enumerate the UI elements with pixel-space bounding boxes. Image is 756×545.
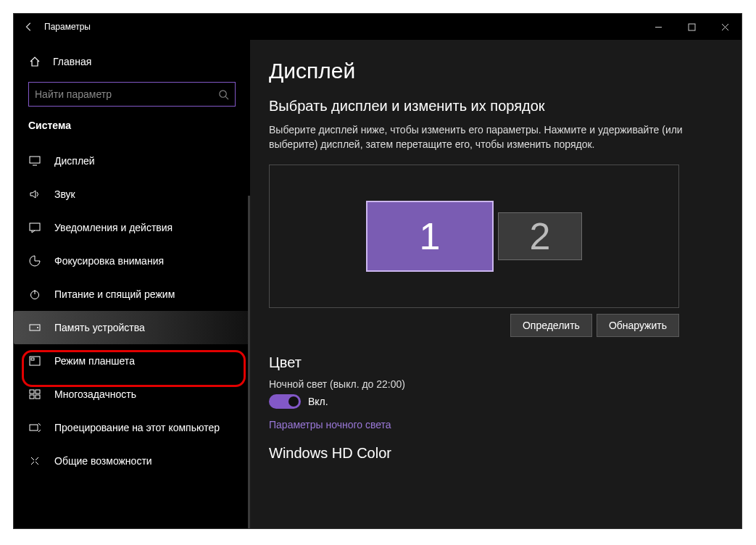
multitasking-icon: [28, 388, 41, 401]
sidebar: Главная Найти параметр Система Дисплей: [14, 40, 250, 528]
tablet-icon: [28, 354, 41, 367]
nav-power[interactable]: Питание и спящий режим: [14, 278, 250, 311]
nav-label: Уведомления и действия: [54, 222, 173, 233]
search-input[interactable]: Найти параметр: [28, 82, 236, 107]
svg-rect-15: [30, 395, 34, 399]
svg-rect-1: [689, 24, 695, 30]
detect-button[interactable]: Обнаружить: [597, 314, 679, 337]
nav-tablet[interactable]: Режим планшета: [14, 344, 250, 378]
svg-line-3: [225, 96, 228, 99]
display-arrangement[interactable]: 1 2: [269, 165, 679, 308]
page-heading: Дисплей: [269, 59, 727, 83]
svg-rect-12: [31, 358, 34, 360]
nav-label: Звук: [54, 188, 75, 200]
minimize-button[interactable]: [641, 14, 675, 40]
nav-label: Режим планшета: [54, 355, 135, 367]
svg-rect-13: [30, 390, 34, 394]
nav-label: Проецирование на этот компьютер: [54, 422, 220, 433]
search-icon: [218, 89, 229, 100]
nav-multitasking[interactable]: Многозадачность: [14, 378, 250, 411]
sound-icon: [28, 188, 41, 201]
focus-icon: [28, 254, 41, 267]
display-icon: [28, 154, 41, 167]
settings-window: Параметры Главная Найти парамет: [13, 13, 742, 529]
nav-list: Дисплей Звук Уведомления и действия Фоку…: [14, 144, 250, 478]
night-light-toggle[interactable]: [269, 394, 301, 409]
power-icon: [28, 288, 41, 301]
svg-rect-16: [36, 395, 40, 399]
sidebar-scrollbar[interactable]: [248, 196, 250, 528]
window-controls: [641, 14, 742, 40]
nav-label: Память устройства: [54, 322, 145, 333]
content-area: Дисплей Выбрать дисплеи и изменить их по…: [250, 40, 742, 528]
back-button[interactable]: [14, 14, 44, 40]
nav-notifications[interactable]: Уведомления и действия: [14, 211, 250, 244]
svg-rect-6: [30, 223, 40, 230]
nav-label: Многозадачность: [54, 388, 136, 400]
nav-label: Общие возможности: [54, 455, 152, 467]
nav-label: Фокусировка внимания: [54, 255, 164, 267]
section-label: Система: [14, 120, 250, 131]
notifications-icon: [28, 221, 41, 234]
monitor-2[interactable]: 2: [498, 212, 582, 260]
projecting-icon: [28, 421, 41, 434]
hd-color-heading: Windows HD Color: [269, 445, 727, 462]
nav-label: Дисплей: [54, 155, 95, 167]
nav-sound[interactable]: Звук: [14, 178, 250, 211]
nav-display[interactable]: Дисплей: [14, 144, 250, 178]
svg-rect-4: [30, 157, 40, 163]
night-light-label: Ночной свет (выкл. до 22:00): [269, 378, 727, 390]
maximize-button[interactable]: [675, 14, 708, 40]
arrange-description: Выберите дисплей ниже, чтобы изменить ег…: [269, 123, 697, 151]
close-button[interactable]: [708, 14, 742, 40]
toggle-state: Вкл.: [308, 396, 328, 407]
svg-rect-17: [30, 425, 38, 430]
monitor-1[interactable]: 1: [366, 201, 494, 272]
shared-icon: [28, 454, 41, 467]
home-button[interactable]: Главная: [14, 47, 250, 76]
storage-icon: [28, 321, 41, 334]
search-placeholder: Найти параметр: [35, 88, 112, 100]
night-light-settings-link[interactable]: Параметры ночного света: [269, 419, 727, 430]
color-heading: Цвет: [269, 354, 727, 371]
nav-storage[interactable]: Память устройства: [14, 311, 250, 344]
svg-point-2: [220, 90, 226, 96]
display-buttons: Определить Обнаружить: [269, 314, 679, 337]
svg-rect-14: [36, 390, 40, 394]
nav-focus[interactable]: Фокусировка внимания: [14, 244, 250, 278]
nav-shared[interactable]: Общие возможности: [14, 444, 250, 478]
home-label: Главная: [53, 56, 91, 67]
identify-button[interactable]: Определить: [510, 314, 592, 337]
arrange-heading: Выбрать дисплеи и изменить их порядок: [269, 98, 727, 115]
window-title: Параметры: [44, 22, 91, 32]
nav-projecting[interactable]: Проецирование на этот компьютер: [14, 411, 250, 444]
svg-point-10: [37, 327, 38, 328]
titlebar: Параметры: [14, 14, 742, 40]
nav-label: Питание и спящий режим: [54, 288, 175, 300]
home-icon: [28, 55, 41, 68]
